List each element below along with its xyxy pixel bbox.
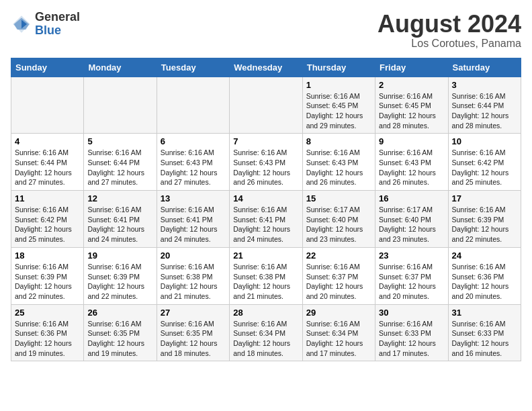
day-info: Sunrise: 6:16 AM Sunset: 6:37 PM Dayligh…	[379, 262, 444, 302]
day-info: Sunrise: 6:16 AM Sunset: 6:43 PM Dayligh…	[306, 148, 371, 187]
calendar-cell: 3Sunrise: 6:16 AM Sunset: 6:44 PM Daylig…	[448, 77, 521, 134]
day-number: 12	[87, 193, 152, 203]
calendar-cell: 19Sunrise: 6:16 AM Sunset: 6:39 PM Dayli…	[84, 247, 157, 304]
day-number: 1	[306, 80, 371, 90]
day-info: Sunrise: 6:16 AM Sunset: 6:42 PM Dayligh…	[452, 148, 517, 187]
calendar-cell: 6Sunrise: 6:16 AM Sunset: 6:43 PM Daylig…	[157, 134, 229, 191]
calendar-cell: 12Sunrise: 6:16 AM Sunset: 6:41 PM Dayli…	[84, 191, 157, 248]
day-info: Sunrise: 6:17 AM Sunset: 6:40 PM Dayligh…	[379, 205, 444, 244]
day-number: 25	[15, 308, 80, 318]
day-number: 14	[233, 193, 298, 203]
day-number: 23	[379, 250, 444, 261]
day-number: 10	[452, 136, 517, 146]
day-info: Sunrise: 6:16 AM Sunset: 6:41 PM Dayligh…	[161, 205, 226, 244]
day-info: Sunrise: 6:16 AM Sunset: 6:43 PM Dayligh…	[379, 148, 444, 187]
day-number: 30	[379, 308, 444, 318]
day-info: Sunrise: 6:16 AM Sunset: 6:37 PM Dayligh…	[306, 262, 371, 302]
calendar-cell: 11Sunrise: 6:16 AM Sunset: 6:42 PM Dayli…	[11, 191, 84, 248]
day-info: Sunrise: 6:16 AM Sunset: 6:39 PM Dayligh…	[452, 205, 517, 244]
day-info: Sunrise: 6:16 AM Sunset: 6:33 PM Dayligh…	[452, 319, 517, 359]
week-row: 11Sunrise: 6:16 AM Sunset: 6:42 PM Dayli…	[11, 191, 521, 248]
day-header: Friday	[375, 58, 448, 77]
day-number: 24	[452, 250, 517, 261]
day-header: Wednesday	[230, 58, 302, 77]
calendar-cell: 17Sunrise: 6:16 AM Sunset: 6:39 PM Dayli…	[448, 191, 521, 248]
calendar-cell: 25Sunrise: 6:16 AM Sunset: 6:36 PM Dayli…	[11, 304, 84, 361]
calendar-cell: 27Sunrise: 6:16 AM Sunset: 6:35 PM Dayli…	[157, 304, 229, 361]
day-number: 17	[452, 193, 517, 203]
week-row: 25Sunrise: 6:16 AM Sunset: 6:36 PM Dayli…	[11, 304, 521, 361]
calendar-cell: 13Sunrise: 6:16 AM Sunset: 6:41 PM Dayli…	[157, 191, 229, 248]
day-number: 7	[233, 136, 298, 146]
logo-general: General	[35, 11, 80, 24]
calendar-cell: 16Sunrise: 6:17 AM Sunset: 6:40 PM Dayli…	[375, 191, 448, 248]
calendar-cell: 18Sunrise: 6:16 AM Sunset: 6:39 PM Dayli…	[11, 247, 84, 304]
day-number: 13	[161, 193, 226, 203]
day-header: Thursday	[302, 58, 375, 77]
week-row: 4Sunrise: 6:16 AM Sunset: 6:44 PM Daylig…	[11, 134, 521, 191]
day-number: 21	[233, 250, 298, 261]
day-info: Sunrise: 6:16 AM Sunset: 6:36 PM Dayligh…	[15, 319, 80, 359]
day-number: 18	[15, 250, 80, 261]
day-header: Monday	[84, 58, 157, 77]
calendar-cell: 30Sunrise: 6:16 AM Sunset: 6:33 PM Dayli…	[375, 304, 448, 361]
day-number: 3	[452, 80, 517, 90]
calendar-table: SundayMondayTuesdayWednesdayThursdayFrid…	[11, 58, 521, 362]
day-number: 31	[452, 308, 517, 318]
day-number: 4	[15, 136, 80, 146]
day-info: Sunrise: 6:17 AM Sunset: 6:40 PM Dayligh…	[306, 205, 371, 244]
day-info: Sunrise: 6:16 AM Sunset: 6:33 PM Dayligh…	[379, 319, 444, 359]
calendar-cell	[230, 77, 302, 134]
logo-blue: Blue	[35, 24, 80, 38]
day-header: Saturday	[448, 58, 521, 77]
day-info: Sunrise: 6:16 AM Sunset: 6:45 PM Dayligh…	[306, 91, 371, 131]
day-header: Sunday	[11, 58, 84, 77]
calendar-cell: 10Sunrise: 6:16 AM Sunset: 6:42 PM Dayli…	[448, 134, 521, 191]
calendar-cell: 23Sunrise: 6:16 AM Sunset: 6:37 PM Dayli…	[375, 247, 448, 304]
day-info: Sunrise: 6:16 AM Sunset: 6:44 PM Dayligh…	[452, 91, 517, 131]
day-info: Sunrise: 6:16 AM Sunset: 6:34 PM Dayligh…	[233, 319, 298, 359]
day-info: Sunrise: 6:16 AM Sunset: 6:42 PM Dayligh…	[15, 205, 80, 244]
main-title: August 2024	[378, 11, 521, 38]
day-info: Sunrise: 6:16 AM Sunset: 6:38 PM Dayligh…	[161, 262, 226, 302]
calendar-cell	[157, 77, 229, 134]
day-info: Sunrise: 6:16 AM Sunset: 6:41 PM Dayligh…	[87, 205, 152, 244]
day-info: Sunrise: 6:16 AM Sunset: 6:43 PM Dayligh…	[161, 148, 226, 187]
day-info: Sunrise: 6:16 AM Sunset: 6:36 PM Dayligh…	[452, 262, 517, 302]
calendar-cell: 20Sunrise: 6:16 AM Sunset: 6:38 PM Dayli…	[157, 247, 229, 304]
calendar-cell: 31Sunrise: 6:16 AM Sunset: 6:33 PM Dayli…	[448, 304, 521, 361]
calendar-cell: 26Sunrise: 6:16 AM Sunset: 6:35 PM Dayli…	[84, 304, 157, 361]
day-number: 22	[306, 250, 371, 261]
calendar-cell	[84, 77, 157, 134]
day-info: Sunrise: 6:16 AM Sunset: 6:43 PM Dayligh…	[233, 148, 298, 187]
day-number: 8	[306, 136, 371, 146]
day-number: 19	[87, 250, 152, 261]
calendar-cell: 29Sunrise: 6:16 AM Sunset: 6:34 PM Dayli…	[302, 304, 375, 361]
day-number: 2	[379, 80, 444, 90]
logo-icon	[11, 13, 32, 35]
day-info: Sunrise: 6:16 AM Sunset: 6:44 PM Dayligh…	[87, 148, 152, 187]
day-number: 16	[379, 193, 444, 203]
day-info: Sunrise: 6:16 AM Sunset: 6:38 PM Dayligh…	[233, 262, 298, 302]
calendar-cell: 15Sunrise: 6:17 AM Sunset: 6:40 PM Dayli…	[302, 191, 375, 248]
calendar-cell: 14Sunrise: 6:16 AM Sunset: 6:41 PM Dayli…	[230, 191, 302, 248]
calendar-cell: 8Sunrise: 6:16 AM Sunset: 6:43 PM Daylig…	[302, 134, 375, 191]
week-row: 18Sunrise: 6:16 AM Sunset: 6:39 PM Dayli…	[11, 247, 521, 304]
calendar-cell: 28Sunrise: 6:16 AM Sunset: 6:34 PM Dayli…	[230, 304, 302, 361]
day-number: 28	[233, 308, 298, 318]
calendar-cell: 2Sunrise: 6:16 AM Sunset: 6:45 PM Daylig…	[375, 77, 448, 134]
day-info: Sunrise: 6:16 AM Sunset: 6:39 PM Dayligh…	[15, 262, 80, 302]
day-number: 15	[306, 193, 371, 203]
calendar-cell: 4Sunrise: 6:16 AM Sunset: 6:44 PM Daylig…	[11, 134, 84, 191]
day-number: 5	[87, 136, 152, 146]
calendar-cell: 9Sunrise: 6:16 AM Sunset: 6:43 PM Daylig…	[375, 134, 448, 191]
logo-text: General Blue	[35, 11, 80, 38]
day-number: 6	[161, 136, 226, 146]
header-row: SundayMondayTuesdayWednesdayThursdayFrid…	[11, 58, 521, 77]
day-number: 27	[161, 308, 226, 318]
day-number: 11	[15, 193, 80, 203]
day-info: Sunrise: 6:16 AM Sunset: 6:45 PM Dayligh…	[379, 91, 444, 131]
day-number: 29	[306, 308, 371, 318]
day-info: Sunrise: 6:16 AM Sunset: 6:39 PM Dayligh…	[87, 262, 152, 302]
day-number: 9	[379, 136, 444, 146]
